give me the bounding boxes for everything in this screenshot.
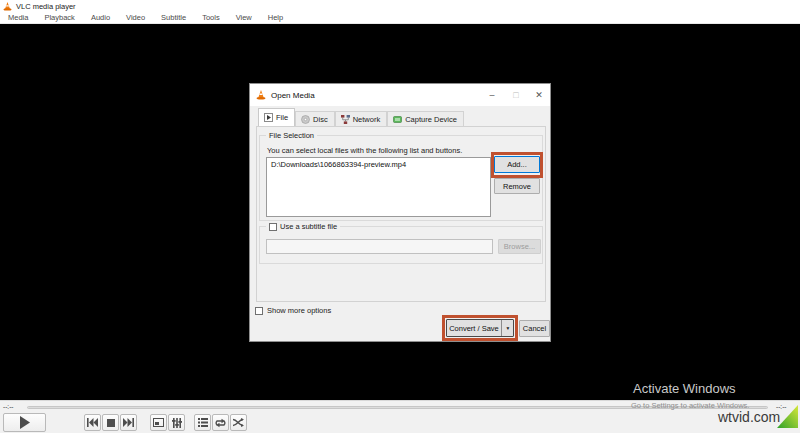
show-more-options[interactable]: Show more options xyxy=(255,306,331,315)
convert-save-dropdown[interactable]: ▼ xyxy=(501,320,513,336)
subtitle-checkbox-label: Use a subtitle file xyxy=(280,222,337,231)
shuffle-button[interactable] xyxy=(230,414,247,431)
shuffle-icon xyxy=(233,418,244,427)
show-more-checkbox[interactable] xyxy=(255,307,263,315)
network-icon xyxy=(341,115,350,124)
playlist-button[interactable] xyxy=(194,414,211,431)
next-icon xyxy=(123,418,134,427)
tab-disc-label: Disc xyxy=(313,115,328,124)
tab-file[interactable]: File xyxy=(258,108,295,126)
subtitle-path-input xyxy=(266,239,493,254)
file-play-icon xyxy=(264,113,273,122)
brand-watermark: wtvid.com xyxy=(718,409,780,425)
menu-audio[interactable]: Audio xyxy=(83,13,118,22)
menu-help[interactable]: Help xyxy=(260,13,291,22)
app-title: VLC media player xyxy=(16,2,76,11)
tab-network[interactable]: Network xyxy=(335,111,388,126)
playlist-icon xyxy=(198,418,208,427)
menu-view[interactable]: View xyxy=(228,13,260,22)
tab-network-label: Network xyxy=(353,115,381,124)
activate-windows-text: Activate Windows xyxy=(633,381,736,396)
play-icon xyxy=(19,416,30,429)
close-button[interactable]: ✕ xyxy=(527,84,551,106)
stop-button[interactable] xyxy=(102,414,119,431)
subtitle-checkbox[interactable] xyxy=(269,223,277,231)
dialog-title: Open Media xyxy=(271,91,315,100)
open-media-dialog: Open Media – □ ✕ File Disc Network Captu… xyxy=(249,83,551,342)
equalizer-button[interactable] xyxy=(168,414,185,431)
menu-video[interactable]: Video xyxy=(118,13,153,22)
dialog-titlebar[interactable]: Open Media – □ ✕ xyxy=(250,84,550,106)
file-selection-legend: File Selection xyxy=(266,131,317,140)
maximize-button: □ xyxy=(504,84,528,106)
cancel-button[interactable]: Cancel xyxy=(519,320,550,337)
menubar: Media Playback Audio Video Subtitle Tool… xyxy=(0,12,800,24)
stop-icon xyxy=(107,419,115,427)
fullscreen-icon xyxy=(153,418,164,427)
loop-button[interactable] xyxy=(212,414,229,431)
previous-icon xyxy=(87,418,98,427)
previous-button[interactable] xyxy=(84,414,101,431)
capture-device-icon xyxy=(393,115,402,124)
tab-capture-device[interactable]: Capture Device xyxy=(387,111,464,126)
menu-subtitle[interactable]: Subtitle xyxy=(153,13,194,22)
equalizer-icon xyxy=(172,418,182,428)
tab-capture-label: Capture Device xyxy=(405,115,457,124)
menu-media[interactable]: Media xyxy=(0,13,36,22)
file-list-item[interactable]: D:\Downloads\1066863394-preview.mp4 xyxy=(267,158,490,169)
add-button[interactable]: Add... xyxy=(494,156,540,173)
subtitle-group: Use a subtitle file Browse... xyxy=(259,226,543,264)
convert-save-button[interactable]: Convert / Save ▼ xyxy=(446,319,514,337)
tab-file-label: File xyxy=(276,113,288,122)
tab-disc[interactable]: Disc xyxy=(295,111,335,126)
convert-save-label: Convert / Save xyxy=(447,324,501,333)
brand-logo-icon xyxy=(777,405,798,428)
vlc-cone-icon xyxy=(256,90,266,100)
file-tab-pane: File Selection You can select local file… xyxy=(256,126,546,302)
dialog-tabs: File Disc Network Capture Device xyxy=(258,108,464,126)
loop-icon xyxy=(215,418,226,428)
vlc-cone-icon xyxy=(3,2,12,11)
disc-icon xyxy=(301,115,310,124)
fullscreen-button[interactable] xyxy=(150,414,167,431)
play-button[interactable] xyxy=(3,413,46,432)
vlc-window: VLC media player Media Playback Audio Vi… xyxy=(0,0,800,433)
browse-button: Browse... xyxy=(498,239,541,254)
file-selection-group: File Selection You can select local file… xyxy=(259,135,543,221)
app-titlebar: VLC media player xyxy=(0,0,800,12)
show-more-label: Show more options xyxy=(267,306,331,315)
file-list[interactable]: D:\Downloads\1066863394-preview.mp4 xyxy=(266,157,491,217)
chevron-down-icon: ▼ xyxy=(505,326,510,331)
menu-tools[interactable]: Tools xyxy=(194,13,228,22)
next-button[interactable] xyxy=(120,414,137,431)
menu-playback[interactable]: Playback xyxy=(36,13,82,22)
time-elapsed: --:-- xyxy=(3,403,13,410)
file-selection-hint: You can select local files with the foll… xyxy=(267,146,462,155)
remove-button[interactable]: Remove xyxy=(494,178,540,194)
minimize-button[interactable]: – xyxy=(480,84,504,106)
